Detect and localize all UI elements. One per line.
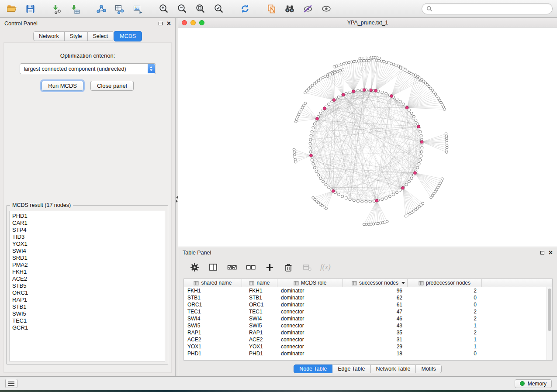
show-graphics-button[interactable]: [319, 2, 334, 16]
table-row[interactable]: STB1STB1dominator620: [184, 294, 547, 301]
mcds-result-item[interactable]: SWI5: [12, 310, 165, 317]
select-all-button[interactable]: [226, 261, 238, 273]
mcds-result-item[interactable]: TEC1: [12, 317, 165, 324]
table-scrollbar-thumb[interactable]: [548, 289, 551, 331]
zoom-out-icon: [176, 3, 188, 14]
table-cell: [482, 336, 547, 343]
table-row[interactable]: SWI5SWI5connector431: [184, 322, 547, 329]
search-input[interactable]: [435, 6, 548, 12]
network-canvas[interactable]: [178, 28, 557, 247]
zoom-fit-button[interactable]: [193, 2, 208, 16]
search-box[interactable]: [422, 3, 553, 14]
tab-select[interactable]: Select: [87, 31, 114, 41]
table-row[interactable]: ACE2ACE2connector311: [184, 336, 547, 343]
open-file-button[interactable]: [4, 2, 19, 16]
table-cell: dominator: [277, 329, 343, 336]
new-network-button[interactable]: [93, 2, 108, 16]
mcds-result-item[interactable]: STB1: [12, 303, 165, 310]
table-cell: ORC1: [184, 301, 242, 308]
add-column-button[interactable]: [264, 261, 275, 273]
mcds-result-item[interactable]: GCR1: [12, 324, 165, 331]
control-panel-header: Control Panel ×: [0, 18, 175, 29]
tab-edge-table[interactable]: Edge Table: [332, 364, 370, 373]
deselect-all-button[interactable]: [245, 261, 256, 273]
copy-network-button[interactable]: [264, 2, 279, 16]
zoom-out-button[interactable]: [175, 2, 190, 16]
column-header-mcds-role[interactable]: MCDS role: [277, 279, 343, 287]
mcds-result-item[interactable]: PHD1: [12, 213, 165, 220]
tab-motifs[interactable]: Motifs: [416, 364, 441, 373]
tab-network-table[interactable]: Network Table: [371, 364, 416, 373]
main-toolbar: [0, 0, 557, 18]
run-mcds-button[interactable]: Run MCDS: [42, 81, 83, 91]
zoom-in-button[interactable]: [156, 2, 171, 16]
refresh-button[interactable]: [238, 2, 253, 16]
close-panel-icon[interactable]: ×: [167, 21, 171, 26]
table-row[interactable]: SWI4SWI4dominator462: [184, 315, 547, 322]
network-window-titlebar: YPA_prune.txt_1: [178, 18, 557, 28]
column-header-successor-nodes[interactable]: successor nodes: [343, 279, 408, 287]
refresh-icon: [239, 3, 251, 14]
split-column-button[interactable]: [208, 261, 219, 273]
tab-style[interactable]: Style: [64, 31, 87, 41]
new-network-icon: [96, 3, 107, 14]
tab-mcds[interactable]: MCDS: [114, 31, 142, 41]
save-floppy-icon: [25, 3, 36, 14]
mcds-result-list[interactable]: PHD1CAR1STP4TID3YOX1SWI4SRD1PMA2FKH1ACE2…: [9, 211, 165, 361]
optimization-criterion-select[interactable]: largest connected component (undirected): [20, 63, 156, 74]
float-table-panel-icon[interactable]: [540, 251, 544, 254]
table-cell: connector: [277, 308, 343, 315]
close-panel-button[interactable]: Close panel: [90, 81, 134, 91]
mcds-result-item[interactable]: SRD1: [12, 254, 165, 261]
mcds-result-item[interactable]: CAR1: [12, 220, 165, 227]
table-row[interactable]: FKH1FKH1dominator962: [184, 287, 547, 294]
table-cell: ACE2: [242, 336, 277, 343]
splitter-collapse-icons[interactable]: [176, 196, 178, 203]
tab-node-table[interactable]: Node Table: [294, 364, 332, 373]
node-table-header: shared name name MCDS role successor nod…: [184, 279, 552, 287]
table-cell: connector: [277, 336, 343, 343]
table-row[interactable]: YOX1YOX1connector291: [184, 343, 547, 350]
sort-grid-icon: [352, 281, 357, 285]
mcds-result-item[interactable]: RAP1: [12, 296, 165, 303]
mcds-result-item[interactable]: STB5: [12, 282, 165, 289]
mcds-result-item[interactable]: PMA2: [12, 261, 165, 268]
column-header-shared-name[interactable]: shared name: [184, 279, 242, 287]
float-panel-icon[interactable]: [159, 22, 163, 25]
apply-style-button[interactable]: [301, 2, 315, 16]
mcds-result-item[interactable]: ORC1: [12, 289, 165, 296]
optimization-criterion-label: Optimization criterion:: [4, 52, 171, 59]
sort-grid-icon: [194, 281, 199, 285]
export-image-button[interactable]: [130, 2, 145, 16]
column-header-name[interactable]: name: [242, 279, 277, 287]
network-graph[interactable]: [178, 28, 557, 247]
table-scrollbar[interactable]: [547, 287, 552, 360]
panel-splitter[interactable]: [175, 18, 178, 376]
table-row[interactable]: RAP1RAP1dominator352: [184, 329, 547, 336]
close-table-panel-icon[interactable]: ×: [549, 251, 553, 255]
zoom-selected-button[interactable]: [211, 2, 226, 16]
column-header-predecessor-nodes[interactable]: predecessor nodes: [408, 279, 482, 287]
table-row[interactable]: PHD1PHD1dominator180: [184, 350, 547, 357]
mcds-result-item[interactable]: SWI4: [12, 248, 165, 254]
table-row[interactable]: TEC1TEC1connector472: [184, 308, 547, 315]
import-table-button[interactable]: [67, 2, 82, 16]
memory-button[interactable]: Memory: [515, 379, 552, 388]
table-cell: 2: [408, 329, 482, 336]
network-from-table-button[interactable]: [112, 2, 127, 16]
mcds-result-item[interactable]: ACE2: [12, 275, 165, 282]
table-cell: YOX1: [242, 343, 277, 350]
column-settings-button[interactable]: [189, 261, 200, 273]
panel-menu-button[interactable]: [5, 379, 17, 388]
search-network-button[interactable]: [282, 2, 297, 16]
mcds-result-item[interactable]: FKH1: [12, 268, 165, 275]
mcds-result-item[interactable]: YOX1: [12, 241, 165, 248]
mcds-result-item[interactable]: TID3: [12, 234, 165, 241]
import-network-button[interactable]: [49, 2, 64, 16]
mcds-result-item[interactable]: STP4: [12, 227, 165, 234]
node-table: shared name name MCDS role successor nod…: [183, 279, 553, 361]
save-button[interactable]: [23, 2, 38, 16]
delete-column-button[interactable]: [283, 261, 294, 273]
table-row[interactable]: ORC1ORC1dominator610: [184, 301, 547, 308]
tab-network[interactable]: Network: [33, 31, 64, 41]
